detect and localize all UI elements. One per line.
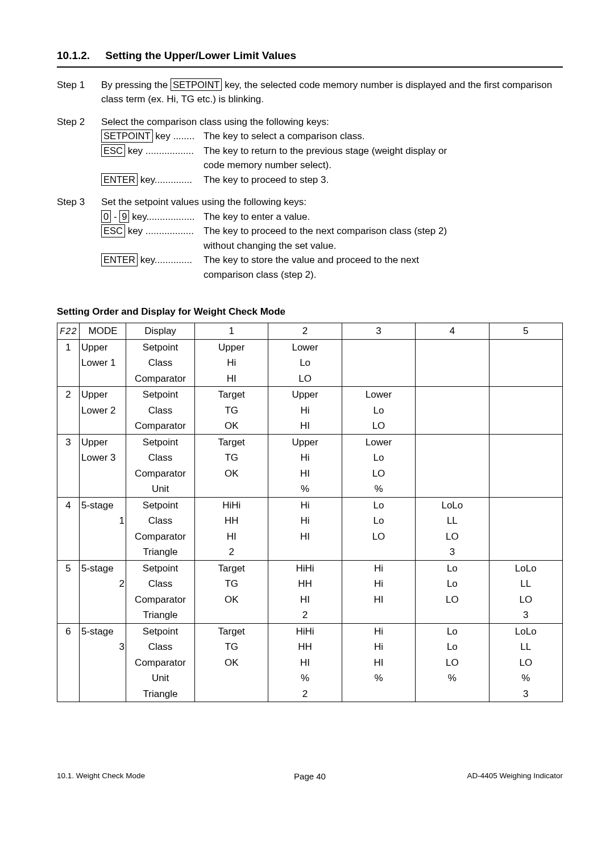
table-row: 45-stageSetpointHiHiHiLoLoLo [57,497,563,513]
step-body: Set the setpoint values using the follow… [101,195,563,282]
table-row: Lower 2ClassTGHiLo [57,403,563,419]
table-row: ComparatorOKHILO [57,418,563,434]
table-row: 3ClassTGHHHiLoLL [57,639,563,655]
section-number: 10.1.2. [57,48,102,64]
table-row: ComparatorHILO [57,371,563,387]
setpoint-key: SETPOINT [101,130,153,143]
table-row: 2ClassTGHHHiLoLL [57,576,563,592]
enter-key: ENTER [101,173,138,186]
step-label: Step 1 [57,78,101,107]
page-footer: 10.1. Weight Check Mode Page 40 AD-4405 … [57,770,563,782]
footer-page: Page 40 [57,770,563,783]
step-label: Step 3 [57,195,101,282]
setpoint-key: SETPOINT [171,78,222,91]
table-row: Triangle23 [57,607,563,623]
section-heading: 10.1.2. Setting the Upper/Lower Limit Va… [57,48,563,68]
table-row: Triangle23 [57,544,563,560]
nine-key: 9 [119,210,129,223]
enter-key: ENTER [101,253,138,266]
table-row: 1UpperSetpointUpperLower [57,339,563,355]
esc-key: ESC [101,144,125,157]
step-body: By pressing the SETPOINT key, the select… [101,78,563,107]
esc-key: ESC [101,224,125,237]
table-row: ComparatorOKHIHILOLO [57,592,563,608]
table-row: ComparatorHIHILOLO [57,529,563,545]
table-row: 65-stageSetpointTargetHiHiHiLoLoLo [57,623,563,639]
table-row: Lower 1ClassHiLo [57,355,563,371]
table-header-row: F22 MODE Display 1 2 3 4 5 [57,323,563,339]
step-1: Step 1 By pressing the SETPOINT key, the… [57,78,563,107]
table-row: Unit%%%% [57,670,563,686]
table-row: Triangle23 [57,686,563,702]
section-title: Setting the Upper/Lower Limit Values [105,49,296,61]
step-3: Step 3 Set the setpoint values using the… [57,195,563,282]
table-row: ComparatorOKHIHILOLO [57,655,563,671]
step-2: Step 2 Select the comparison class using… [57,115,563,187]
table-row: Unit%% [57,481,563,497]
weight-check-table: F22 MODE Display 1 2 3 4 5 1UpperSetpoin… [57,323,563,703]
f22-label: F22 [60,327,77,337]
step-body: Select the comparison class using the fo… [101,115,563,187]
table-row: ComparatorOKHILO [57,466,563,482]
step-label: Step 2 [57,115,101,187]
table-row: Lower 3ClassTGHiLo [57,450,563,466]
table-row: 3UpperSetpointTargetUpperLower [57,434,563,450]
zero-key: 0 [101,210,111,223]
sub-heading: Setting Order and Display for Weight Che… [57,304,563,319]
table-row: 2UpperSetpointTargetUpperLower [57,387,563,403]
table-row: 1ClassHHHiLoLL [57,513,563,529]
table-row: 55-stageSetpointTargetHiHiHiLoLoLo [57,560,563,576]
